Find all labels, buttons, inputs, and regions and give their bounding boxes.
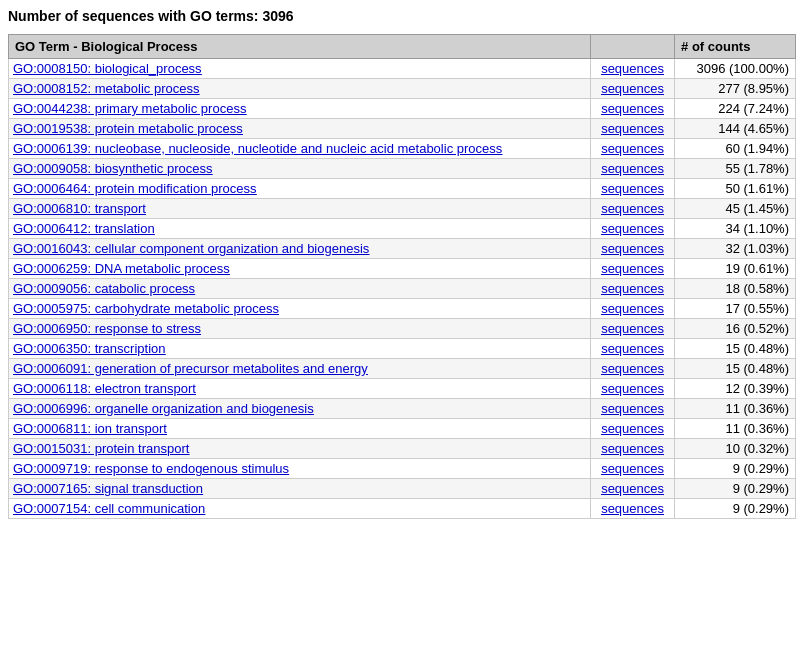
go-term-cell[interactable]: GO:0006139: nucleobase, nucleoside, nucl…	[9, 139, 591, 159]
go-term-cell[interactable]: GO:0007165: signal transduction	[9, 479, 591, 499]
table-row: GO:0009058: biosynthetic processsequence…	[9, 159, 796, 179]
sequences-cell[interactable]: sequences	[591, 459, 675, 479]
count-cell: 50 (1.61%)	[675, 179, 796, 199]
sequences-cell[interactable]: sequences	[591, 319, 675, 339]
table-row: GO:0006139: nucleobase, nucleoside, nucl…	[9, 139, 796, 159]
count-cell: 9 (0.29%)	[675, 459, 796, 479]
sequences-cell[interactable]: sequences	[591, 99, 675, 119]
sequences-cell[interactable]: sequences	[591, 259, 675, 279]
go-term-cell[interactable]: GO:0006412: translation	[9, 219, 591, 239]
table-row: GO:0006259: DNA metabolic processsequenc…	[9, 259, 796, 279]
table-row: GO:0008152: metabolic processsequences27…	[9, 79, 796, 99]
sequences-cell[interactable]: sequences	[591, 439, 675, 459]
table-row: GO:0006091: generation of precursor meta…	[9, 359, 796, 379]
sequences-cell[interactable]: sequences	[591, 219, 675, 239]
sequences-cell[interactable]: sequences	[591, 59, 675, 79]
count-cell: 10 (0.32%)	[675, 439, 796, 459]
table-row: GO:0006464: protein modification process…	[9, 179, 796, 199]
table-row: GO:0006412: translationsequences34 (1.10…	[9, 219, 796, 239]
count-cell: 32 (1.03%)	[675, 239, 796, 259]
sequences-cell[interactable]: sequences	[591, 199, 675, 219]
sequences-cell[interactable]: sequences	[591, 399, 675, 419]
sequences-cell[interactable]: sequences	[591, 339, 675, 359]
count-cell: 3096 (100.00%)	[675, 59, 796, 79]
go-term-cell[interactable]: GO:0016043: cellular component organizat…	[9, 239, 591, 259]
go-term-cell[interactable]: GO:0006118: electron transport	[9, 379, 591, 399]
table-row: GO:0007154: cell communicationsequences9…	[9, 499, 796, 519]
table-row: GO:0006950: response to stresssequences1…	[9, 319, 796, 339]
table-row: GO:0015031: protein transportsequences10…	[9, 439, 796, 459]
go-term-cell[interactable]: GO:0007154: cell communication	[9, 499, 591, 519]
sequences-cell[interactable]: sequences	[591, 379, 675, 399]
go-term-cell[interactable]: GO:0006350: transcription	[9, 339, 591, 359]
table-row: GO:0005975: carbohydrate metabolic proce…	[9, 299, 796, 319]
go-term-cell[interactable]: GO:0008152: metabolic process	[9, 79, 591, 99]
go-terms-table: GO Term - Biological Process# of counts …	[8, 34, 796, 519]
count-cell: 17 (0.55%)	[675, 299, 796, 319]
table-row: GO:0007165: signal transductionsequences…	[9, 479, 796, 499]
count-cell: 55 (1.78%)	[675, 159, 796, 179]
go-term-cell[interactable]: GO:0006811: ion transport	[9, 419, 591, 439]
go-term-cell[interactable]: GO:0015031: protein transport	[9, 439, 591, 459]
table-row: GO:0009056: catabolic processsequences18…	[9, 279, 796, 299]
column-header-counts: # of counts	[675, 35, 796, 59]
sequences-cell[interactable]: sequences	[591, 299, 675, 319]
sequences-cell[interactable]: sequences	[591, 419, 675, 439]
go-term-cell[interactable]: GO:0019538: protein metabolic process	[9, 119, 591, 139]
table-row: GO:0006118: electron transportsequences1…	[9, 379, 796, 399]
table-row: GO:0019538: protein metabolic processseq…	[9, 119, 796, 139]
count-cell: 15 (0.48%)	[675, 339, 796, 359]
count-cell: 16 (0.52%)	[675, 319, 796, 339]
sequences-cell[interactable]: sequences	[591, 239, 675, 259]
count-cell: 45 (1.45%)	[675, 199, 796, 219]
sequences-cell[interactable]: sequences	[591, 79, 675, 99]
count-cell: 60 (1.94%)	[675, 139, 796, 159]
count-cell: 144 (4.65%)	[675, 119, 796, 139]
sequences-cell[interactable]: sequences	[591, 159, 675, 179]
table-row: GO:0006350: transcriptionsequences15 (0.…	[9, 339, 796, 359]
count-cell: 12 (0.39%)	[675, 379, 796, 399]
go-term-cell[interactable]: GO:0006464: protein modification process	[9, 179, 591, 199]
go-term-cell[interactable]: GO:0008150: biological_process	[9, 59, 591, 79]
table-row: GO:0006811: ion transportsequences11 (0.…	[9, 419, 796, 439]
go-term-cell[interactable]: GO:0006950: response to stress	[9, 319, 591, 339]
count-cell: 11 (0.36%)	[675, 399, 796, 419]
go-term-cell[interactable]: GO:0009056: catabolic process	[9, 279, 591, 299]
count-cell: 9 (0.29%)	[675, 479, 796, 499]
count-cell: 11 (0.36%)	[675, 419, 796, 439]
table-row: GO:0044238: primary metabolic processseq…	[9, 99, 796, 119]
go-term-cell[interactable]: GO:0044238: primary metabolic process	[9, 99, 591, 119]
go-term-cell[interactable]: GO:0006996: organelle organization and b…	[9, 399, 591, 419]
go-term-cell[interactable]: GO:0009719: response to endogenous stimu…	[9, 459, 591, 479]
sequences-cell[interactable]: sequences	[591, 119, 675, 139]
column-header-sequences	[591, 35, 675, 59]
go-term-cell[interactable]: GO:0009058: biosynthetic process	[9, 159, 591, 179]
count-cell: 15 (0.48%)	[675, 359, 796, 379]
count-cell: 224 (7.24%)	[675, 99, 796, 119]
table-row: GO:0009719: response to endogenous stimu…	[9, 459, 796, 479]
sequences-cell[interactable]: sequences	[591, 279, 675, 299]
page-title: Number of sequences with GO terms: 3096	[8, 8, 796, 24]
count-cell: 34 (1.10%)	[675, 219, 796, 239]
count-cell: 18 (0.58%)	[675, 279, 796, 299]
go-term-cell[interactable]: GO:0005975: carbohydrate metabolic proce…	[9, 299, 591, 319]
sequences-cell[interactable]: sequences	[591, 139, 675, 159]
sequences-cell[interactable]: sequences	[591, 179, 675, 199]
go-term-cell[interactable]: GO:0006810: transport	[9, 199, 591, 219]
table-row: GO:0016043: cellular component organizat…	[9, 239, 796, 259]
count-cell: 277 (8.95%)	[675, 79, 796, 99]
sequences-cell[interactable]: sequences	[591, 499, 675, 519]
table-row: GO:0008150: biological_processsequences3…	[9, 59, 796, 79]
count-cell: 9 (0.29%)	[675, 499, 796, 519]
table-row: GO:0006810: transportsequences45 (1.45%)	[9, 199, 796, 219]
sequences-cell[interactable]: sequences	[591, 479, 675, 499]
sequences-cell[interactable]: sequences	[591, 359, 675, 379]
table-row: GO:0006996: organelle organization and b…	[9, 399, 796, 419]
go-term-cell[interactable]: GO:0006091: generation of precursor meta…	[9, 359, 591, 379]
count-cell: 19 (0.61%)	[675, 259, 796, 279]
column-header-go-term: GO Term - Biological Process	[9, 35, 591, 59]
go-term-cell[interactable]: GO:0006259: DNA metabolic process	[9, 259, 591, 279]
